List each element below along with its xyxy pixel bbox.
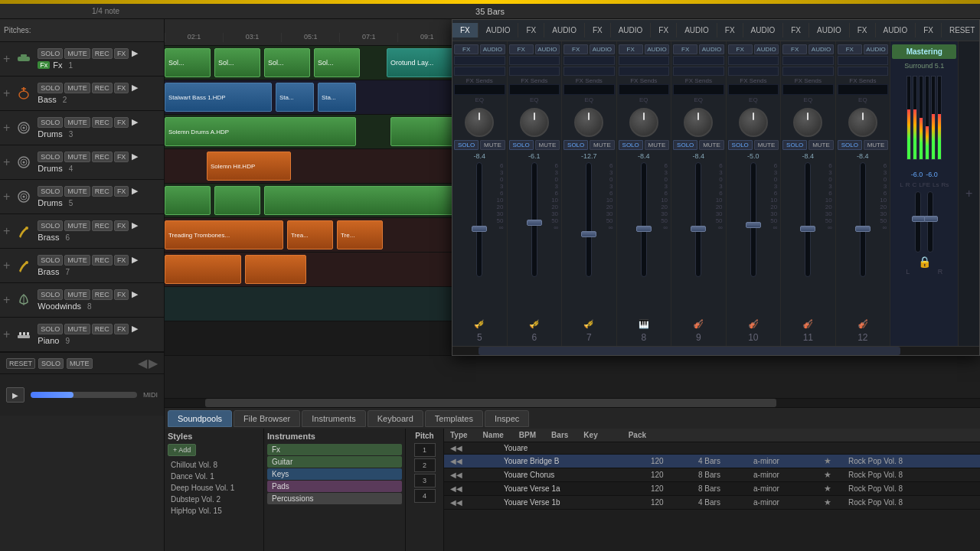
loop-play-1[interactable]: ◀◀ [450, 457, 462, 465]
tab-instruments[interactable]: Instruments [302, 410, 365, 427]
play-button[interactable]: ▶ [6, 387, 24, 403]
mixer-tab-audio-1[interactable]: AUDIO [479, 23, 519, 37]
master-lock-icon[interactable]: 🔒 [918, 256, 931, 268]
chan-knob-7[interactable] [574, 108, 603, 137]
track-expand-4[interactable]: ▶ [132, 152, 138, 162]
track-solo-7[interactable]: SOLO [38, 255, 63, 266]
add-channel-button[interactable]: + [965, 187, 972, 201]
mixer-tab-fx-3[interactable]: FX [585, 23, 611, 37]
chan-solo-btn-10[interactable]: SOLO [728, 140, 753, 150]
track-mute-3[interactable]: MUTE [64, 117, 90, 128]
mixer-tab-fx-5[interactable]: FX [717, 23, 743, 37]
inst-item-perc[interactable]: Percussions [267, 493, 402, 504]
loop-row-3[interactable]: ◀◀ Youare Verse 1a 120 8 Bars a-minor ★ … [444, 482, 980, 496]
track-expand-8[interactable]: ▶ [132, 289, 138, 300]
transport-slider[interactable] [31, 392, 137, 398]
clip-brass-2[interactable]: Trea... [287, 220, 333, 249]
arrange-scrollbar-thumb[interactable] [205, 399, 776, 407]
inst-item-pads[interactable]: Pads [267, 481, 402, 492]
scroll-left-icon[interactable]: ◀ [138, 356, 147, 370]
loop-star-4[interactable]: ★ [824, 497, 839, 507]
chan-mute-btn-5[interactable]: MUTE [480, 140, 505, 150]
chan-solo-btn-5[interactable]: SOLO [454, 140, 479, 150]
track-fx-7[interactable]: FX [114, 255, 129, 266]
loop-play-4[interactable]: ◀◀ [450, 498, 462, 507]
mixer-tab-fx-7[interactable]: FX [850, 23, 876, 37]
chan-mute-btn-6[interactable]: MUTE [535, 140, 560, 150]
chan-knob-10[interactable] [739, 108, 768, 137]
track-rec-5[interactable]: REC [92, 186, 113, 197]
track-rec-6[interactable]: REC [92, 220, 113, 231]
chan-knob-11[interactable] [793, 108, 822, 137]
track-solo-4[interactable]: SOLO [38, 152, 63, 162]
track-rec-2[interactable]: REC [92, 83, 113, 93]
loop-play-0[interactable]: ◀◀ [450, 444, 462, 452]
track-solo-3[interactable]: SOLO [38, 117, 63, 128]
chan-audio-btn-11[interactable]: AUDIO [808, 44, 833, 54]
track-rec-1[interactable]: REC [92, 48, 113, 59]
chan-solo-btn-12[interactable]: SOLO [838, 140, 862, 150]
clip-drums5-2[interactable] [214, 186, 260, 215]
clip-brass7-2[interactable] [245, 255, 306, 284]
chan-fx-btn-9[interactable]: FX [673, 44, 697, 54]
chan-audio-btn-12[interactable]: AUDIO [864, 44, 888, 54]
pitch-item-1[interactable]: 1 [414, 443, 436, 457]
tab-inspec[interactable]: Inspec [485, 410, 529, 427]
reset-button[interactable]: RESET [6, 358, 35, 369]
loop-star-2[interactable]: ★ [824, 470, 839, 480]
inst-item-keys[interactable]: Keys [267, 468, 402, 480]
chan-solo-btn-7[interactable]: SOLO [564, 140, 588, 150]
clip-drums-1[interactable]: Solemn Drums A.HDP [165, 117, 356, 146]
track-fx-8[interactable]: FX [114, 289, 129, 300]
track-rec-8[interactable]: REC [92, 289, 113, 300]
chan-solo-btn-6[interactable]: SOLO [509, 140, 534, 150]
chan-mute-btn-7[interactable]: MUTE [590, 140, 614, 150]
track-fx-2[interactable]: FX [114, 83, 129, 93]
loop-play-2[interactable]: ◀◀ [450, 471, 462, 479]
track-add-7[interactable]: + [3, 259, 10, 272]
style-item-1[interactable]: Dance Vol. 1 [168, 471, 260, 482]
mixer-tab-audio-6[interactable]: AUDIO [809, 23, 850, 37]
track-add-5[interactable]: + [3, 190, 10, 204]
track-rec-9[interactable]: REC [92, 324, 113, 334]
chan-mute-btn-11[interactable]: MUTE [808, 140, 833, 150]
global-mute-button[interactable]: MUTE [67, 358, 93, 369]
clip-bass-1[interactable]: Stalwart Bass 1.HDP [165, 83, 272, 112]
track-expand-3[interactable]: ▶ [132, 117, 138, 128]
fader-handle-6[interactable] [527, 220, 542, 226]
fader-handle-8[interactable] [636, 226, 652, 232]
track-expand-6[interactable]: ▶ [132, 220, 138, 231]
style-item-4[interactable]: HipHop Vol. 15 [168, 505, 260, 517]
scroll-right-icon[interactable]: ▶ [149, 356, 158, 370]
tab-keyboard[interactable]: Keyboard [368, 410, 423, 427]
track-fx-3[interactable]: FX [114, 117, 129, 128]
track-solo-5[interactable]: SOLO [38, 186, 63, 197]
track-mute-2[interactable]: MUTE [64, 83, 90, 93]
clip-fx-2[interactable]: Sol... [214, 48, 260, 77]
mixer-scrollbar-thumb[interactable] [479, 347, 900, 355]
track-add-2[interactable]: + [3, 86, 10, 100]
tab-soundpools[interactable]: Soundpools [168, 410, 232, 427]
clip-drums-orange-1[interactable]: Solemn Hit.HDP [207, 152, 291, 181]
track-fx-4[interactable]: FX [114, 152, 129, 162]
chan-audio-btn-6[interactable]: AUDIO [535, 44, 560, 54]
chan-fx-btn-12[interactable]: FX [838, 44, 862, 54]
clip-bass-3[interactable]: Sta... [318, 83, 356, 112]
clip-brass7-1[interactable] [165, 255, 241, 284]
chan-knob-5[interactable] [465, 108, 494, 137]
chan-audio-btn-7[interactable]: AUDIO [590, 44, 614, 54]
mixer-tab-fx-6[interactable]: FX [783, 23, 809, 37]
track-expand-9[interactable]: ▶ [132, 324, 138, 334]
track-rec-7[interactable]: REC [92, 255, 113, 266]
chan-knob-6[interactable] [520, 108, 549, 137]
style-item-0[interactable]: Chillout Vol. 8 [168, 459, 260, 471]
chan-audio-btn-8[interactable]: AUDIO [645, 44, 669, 54]
track-solo-9[interactable]: SOLO [38, 324, 63, 334]
add-style-button[interactable]: + Add [168, 444, 196, 456]
fader-handle-7[interactable] [581, 231, 596, 237]
mixer-tab-fx-8[interactable]: FX [916, 23, 942, 37]
mixer-tab-audio-3[interactable]: AUDIO [611, 23, 652, 37]
loop-row-2[interactable]: ◀◀ Youare Chorus 120 8 Bars a-minor ★ Ro… [444, 468, 980, 482]
chan-fx-btn-6[interactable]: FX [509, 44, 534, 54]
chan-knob-8[interactable] [629, 108, 658, 137]
